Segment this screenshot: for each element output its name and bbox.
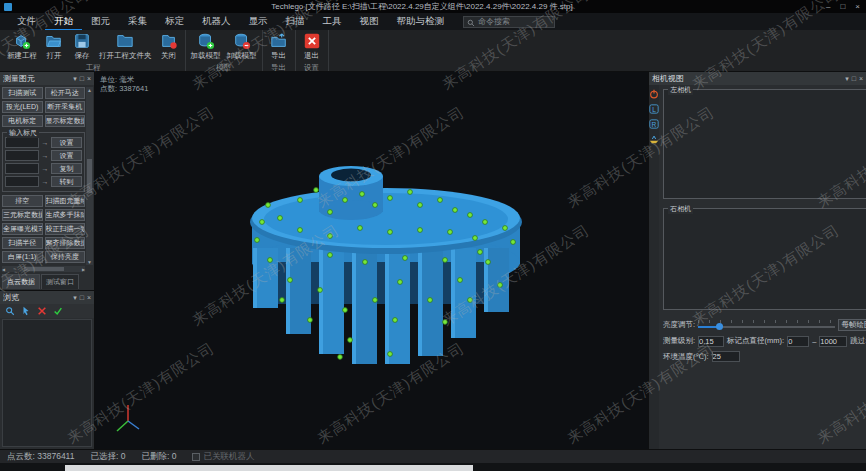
toolbar-button-label: 卸载模型 (227, 51, 257, 61)
scroll-left-icon[interactable]: ◀ (2, 267, 5, 272)
scan-marker (268, 258, 273, 263)
checkbox-icon[interactable] (192, 453, 200, 461)
left-panel-horizontal-scrollbar[interactable]: ◀ ▶ (2, 266, 85, 272)
left-panel-action-button[interactable]: 白屏(1:1) (2, 251, 43, 263)
panel-float-icon[interactable]: □ (852, 75, 856, 83)
unload-model-icon (233, 32, 251, 50)
menu-item-4[interactable]: 标定 (156, 13, 193, 31)
left-panel-action-button[interactable]: 校正扫描一致性 (45, 223, 86, 235)
viewport-3d[interactable]: 单位: 毫米 点数: 3387641 (95, 72, 648, 449)
scan-marker (328, 234, 333, 239)
panel-close-icon[interactable]: × (87, 294, 91, 302)
scrollbar-thumb[interactable] (87, 159, 92, 193)
right-camera-icon[interactable]: R (649, 119, 659, 129)
toolbar-button-exit[interactable]: 退出 (299, 31, 325, 62)
ruler-action-button[interactable]: 复制 (51, 163, 82, 174)
level-input[interactable] (698, 336, 724, 347)
level-label: 测量级别: (663, 336, 695, 346)
panel-collapse-icon[interactable]: ▾ (73, 75, 77, 83)
left-panel-button[interactable]: 扫描测试 (2, 87, 43, 99)
menu-item-3[interactable]: 采集 (119, 13, 156, 31)
brightness-slider[interactable] (698, 320, 835, 330)
right-panel: 相机视图 ▾ □ × LR 左相机 右相机 (648, 72, 866, 449)
scroll-down-icon[interactable]: ▼ (87, 259, 92, 265)
ruler-action-button[interactable]: 设置 (51, 150, 82, 161)
menu-item-9[interactable]: 视图 (351, 13, 388, 31)
scan-marker (511, 240, 516, 245)
robot-link-checkbox[interactable]: 已关联机器人 (192, 451, 254, 463)
toolbar-button-label: 加载模型 (191, 51, 221, 61)
menu-item-10[interactable]: 帮助与检测 (388, 13, 454, 31)
left-camera-icon[interactable]: L (649, 104, 659, 114)
toolbar-button-close-project[interactable]: 关闭 (156, 31, 182, 62)
scan-marker (503, 226, 508, 231)
left-panel-action-button[interactable]: 扫描半径 (2, 237, 43, 249)
ruler-input-3[interactable] (5, 176, 39, 187)
toolbar-button-open-folder[interactable]: 打开工程文件夹 (97, 31, 154, 62)
ruler-input-0[interactable] (5, 137, 39, 148)
toolbar-button-unload-model[interactable]: 卸载模型 (225, 31, 259, 62)
fps-dropdown[interactable]: 每帧绘图 7 ▲▼ (838, 319, 866, 331)
left-panel-action-button[interactable]: 排空 (2, 195, 43, 207)
panel-collapse-icon[interactable]: ▾ (73, 294, 77, 302)
left-panel-action-button[interactable]: 扫描图元重绘 (45, 195, 86, 207)
panel-float-icon[interactable]: □ (80, 294, 84, 302)
menu-item-7[interactable]: 扫描 (277, 13, 314, 31)
menu-item-5[interactable]: 机器人 (193, 13, 240, 31)
toolbar-button-open[interactable]: 打开 (41, 31, 67, 62)
menu-item-8[interactable]: 工具 (314, 13, 351, 31)
power-icon[interactable] (649, 89, 659, 99)
browse-panel-title: 浏览 (3, 292, 73, 303)
exit-icon (303, 32, 321, 50)
minimize-button[interactable]: – (826, 2, 830, 11)
magnifier-icon[interactable] (5, 306, 15, 316)
left-panel-vertical-scrollbar[interactable]: ▲ ▼ (86, 87, 93, 265)
scrollbar-thumb[interactable] (24, 267, 64, 271)
left-panel-button[interactable]: 投光(LED) (2, 101, 43, 113)
browse-list[interactable] (2, 319, 92, 447)
panel-float-icon[interactable]: □ (80, 75, 84, 83)
left-panel-action-button[interactable]: 保持亮度 (45, 251, 86, 263)
camera-switch-icon[interactable] (649, 134, 659, 144)
cursor-icon[interactable] (21, 306, 31, 316)
ruler-action-button[interactable]: 设置 (51, 137, 82, 148)
menu-item-1[interactable]: 开始 (45, 13, 82, 31)
left-panel-button[interactable]: 电机标定 (2, 115, 43, 127)
left-panel-tab-1[interactable]: 测试窗口 (41, 274, 79, 289)
left-panel-button[interactable]: 显示标定数据 (45, 115, 86, 127)
confirm-icon[interactable] (53, 306, 63, 316)
menu-item-2[interactable]: 图元 (82, 13, 119, 31)
temperature-input[interactable] (712, 351, 740, 362)
toolbar-button-new-project[interactable]: 新建工程 (5, 31, 39, 62)
left-panel-tab-0[interactable]: 点云数据 (2, 274, 40, 289)
toolbar-button-save[interactable]: 保存 (69, 31, 95, 62)
left-panel-button[interactable]: 断开采集机 (45, 101, 86, 113)
menu-item-0[interactable]: 文件 (8, 13, 45, 31)
scroll-right-icon[interactable]: ▶ (82, 267, 85, 272)
diameter-max-input[interactable] (819, 336, 847, 347)
command-search-box[interactable] (463, 16, 555, 28)
ruler-input-1[interactable] (5, 150, 39, 161)
scroll-up-icon[interactable]: ▲ (87, 87, 92, 93)
diameter-min-input[interactable] (787, 336, 809, 347)
toolbar-button-export[interactable]: 导出 (266, 31, 292, 62)
arrow-icon: → (41, 165, 49, 172)
toolbar-button-load-model[interactable]: 加载模型 (189, 31, 223, 62)
maximize-button[interactable]: □ (840, 2, 845, 11)
close-button[interactable]: × (855, 2, 860, 11)
left-panel-button[interactable]: 松开马达 (45, 87, 86, 99)
panel-close-icon[interactable]: × (87, 75, 91, 83)
panel-close-icon[interactable]: × (859, 75, 863, 83)
ruler-input-2[interactable] (5, 163, 39, 174)
left-panel-action-button[interactable]: 聚齐排除数据 (45, 237, 86, 249)
left-panel-action-button[interactable]: 三元标定数据 (2, 209, 43, 221)
delete-icon[interactable] (37, 306, 47, 316)
left-panel-action-button[interactable]: 全屏曝光模式 (2, 223, 43, 235)
panel-collapse-icon[interactable]: ▾ (845, 75, 849, 83)
menu-item-6[interactable]: 显示 (240, 13, 277, 31)
impeller-model[interactable] (95, 72, 648, 448)
ruler-action-button[interactable]: 转到 (51, 176, 82, 187)
left-panel-action-button[interactable]: 生成多手抹除数据 (45, 209, 86, 221)
search-input[interactable] (478, 17, 548, 26)
application-window: Techlego [文件路径 E:\扫描\工程\2022.4.29自定义组件\2… (0, 0, 866, 471)
